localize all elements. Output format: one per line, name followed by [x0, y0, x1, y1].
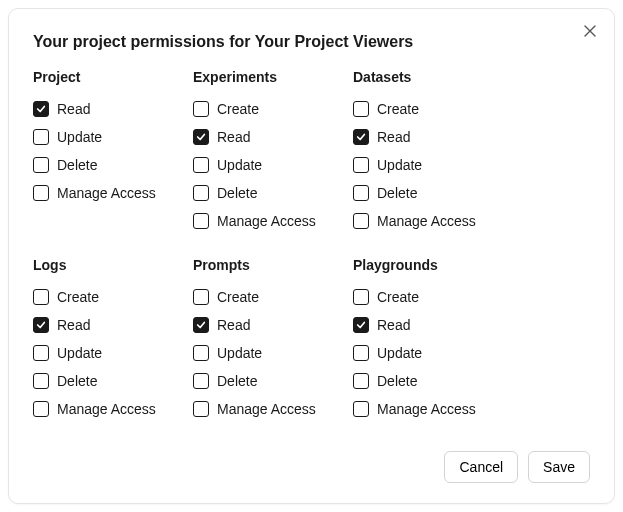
checkbox[interactable] — [33, 373, 49, 389]
permission-label: Create — [57, 289, 99, 305]
permission-section: PromptsCreateReadUpdateDeleteManage Acce… — [193, 257, 353, 423]
checkbox[interactable] — [193, 317, 209, 333]
permission-label: Read — [217, 317, 250, 333]
permission-row[interactable]: Manage Access — [353, 207, 513, 235]
checkbox[interactable] — [353, 289, 369, 305]
checkbox[interactable] — [353, 345, 369, 361]
permission-row[interactable]: Update — [193, 339, 353, 367]
cancel-button[interactable]: Cancel — [444, 451, 518, 483]
section-title: Datasets — [353, 69, 513, 85]
permission-row[interactable]: Update — [193, 151, 353, 179]
checkbox[interactable] — [353, 317, 369, 333]
permission-row[interactable]: Delete — [193, 179, 353, 207]
permission-row[interactable]: Read — [33, 311, 193, 339]
permission-label: Delete — [377, 185, 417, 201]
checkbox[interactable] — [353, 129, 369, 145]
permission-label: Create — [217, 101, 259, 117]
permission-label: Create — [377, 289, 419, 305]
permission-label: Update — [57, 129, 102, 145]
checkbox[interactable] — [33, 345, 49, 361]
checkbox[interactable] — [353, 101, 369, 117]
dialog-title: Your project permissions for Your Projec… — [33, 33, 590, 51]
permission-label: Manage Access — [217, 401, 316, 417]
permissions-dialog: Your project permissions for Your Projec… — [8, 8, 615, 504]
permission-row[interactable]: Read — [193, 311, 353, 339]
permission-row[interactable]: Create — [193, 95, 353, 123]
checkbox[interactable] — [33, 401, 49, 417]
permission-label: Delete — [57, 157, 97, 173]
permission-row[interactable]: Delete — [193, 367, 353, 395]
permission-row[interactable]: Update — [353, 151, 513, 179]
checkbox[interactable] — [193, 401, 209, 417]
checkbox[interactable] — [353, 401, 369, 417]
permission-row[interactable]: Delete — [353, 367, 513, 395]
permission-row[interactable]: Update — [353, 339, 513, 367]
checkbox[interactable] — [193, 373, 209, 389]
permission-row[interactable]: Update — [33, 339, 193, 367]
checkbox[interactable] — [33, 289, 49, 305]
checkbox[interactable] — [193, 185, 209, 201]
permission-label: Manage Access — [377, 213, 476, 229]
checkbox[interactable] — [353, 373, 369, 389]
close-icon — [584, 25, 596, 37]
permission-label: Delete — [217, 373, 257, 389]
close-button[interactable] — [580, 21, 600, 41]
checkbox[interactable] — [33, 157, 49, 173]
checkbox[interactable] — [193, 129, 209, 145]
checkbox[interactable] — [33, 101, 49, 117]
permission-label: Manage Access — [217, 213, 316, 229]
checkbox[interactable] — [33, 185, 49, 201]
section-title: Prompts — [193, 257, 353, 273]
permission-row[interactable]: Create — [353, 95, 513, 123]
permission-row[interactable]: Delete — [33, 151, 193, 179]
permission-row[interactable]: Manage Access — [193, 207, 353, 235]
permission-label: Manage Access — [377, 401, 476, 417]
checkbox[interactable] — [33, 129, 49, 145]
section-title: Playgrounds — [353, 257, 513, 273]
permission-label: Read — [57, 317, 90, 333]
permission-label: Delete — [217, 185, 257, 201]
permission-row[interactable]: Read — [33, 95, 193, 123]
permission-label: Read — [57, 101, 90, 117]
permission-row[interactable]: Delete — [353, 179, 513, 207]
save-button[interactable]: Save — [528, 451, 590, 483]
permission-row[interactable]: Create — [353, 283, 513, 311]
permission-label: Manage Access — [57, 401, 156, 417]
checkbox[interactable] — [353, 185, 369, 201]
checkbox[interactable] — [193, 289, 209, 305]
section-title: Logs — [33, 257, 193, 273]
permission-row[interactable]: Manage Access — [353, 395, 513, 423]
permission-row[interactable]: Manage Access — [33, 179, 193, 207]
permission-label: Delete — [57, 373, 97, 389]
permission-row[interactable]: Delete — [33, 367, 193, 395]
permission-section: ExperimentsCreateReadUpdateDeleteManage … — [193, 69, 353, 235]
permission-row[interactable]: Create — [33, 283, 193, 311]
permission-row[interactable]: Manage Access — [193, 395, 353, 423]
permission-label: Update — [57, 345, 102, 361]
section-title: Project — [33, 69, 193, 85]
permission-row[interactable]: Create — [193, 283, 353, 311]
permission-label: Read — [377, 317, 410, 333]
permission-label: Create — [217, 289, 259, 305]
permission-row[interactable]: Read — [353, 123, 513, 151]
permission-row[interactable]: Read — [193, 123, 353, 151]
checkbox[interactable] — [193, 345, 209, 361]
permission-section: ProjectReadUpdateDeleteManage Access — [33, 69, 193, 235]
permission-section: PlaygroundsCreateReadUpdateDeleteManage … — [353, 257, 513, 423]
permission-label: Delete — [377, 373, 417, 389]
permission-label: Update — [377, 345, 422, 361]
checkbox[interactable] — [33, 317, 49, 333]
checkbox[interactable] — [353, 157, 369, 173]
permission-row[interactable]: Read — [353, 311, 513, 339]
section-title: Experiments — [193, 69, 353, 85]
permissions-grid: ProjectReadUpdateDeleteManage AccessExpe… — [33, 69, 590, 423]
permission-label: Create — [377, 101, 419, 117]
checkbox[interactable] — [193, 101, 209, 117]
permission-row[interactable]: Update — [33, 123, 193, 151]
permission-label: Update — [217, 345, 262, 361]
checkbox[interactable] — [353, 213, 369, 229]
checkbox[interactable] — [193, 157, 209, 173]
permission-label: Read — [377, 129, 410, 145]
permission-row[interactable]: Manage Access — [33, 395, 193, 423]
checkbox[interactable] — [193, 213, 209, 229]
